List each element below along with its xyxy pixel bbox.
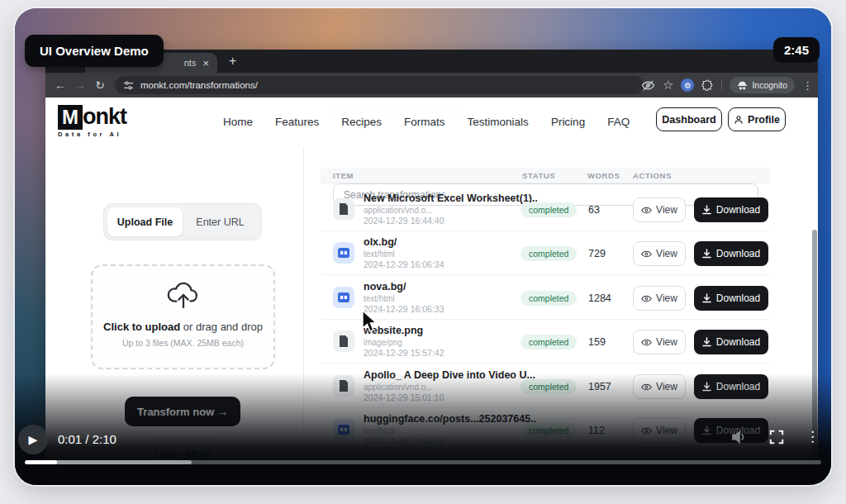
row-title: nova.bg/ [364, 281, 537, 292]
download-button[interactable]: Download [694, 241, 768, 266]
table-header: ITEM STATUS WORDS ACTIONS [321, 168, 770, 183]
file-dropzone[interactable]: Click to upload or drag and drop Up to 3… [91, 264, 275, 369]
forward-icon[interactable]: → [70, 78, 90, 92]
status-badge: completed [520, 291, 577, 306]
row-title: New Microsoft Excel Worksheet(1)... [364, 193, 537, 204]
upload-cloud-icon [166, 281, 201, 309]
row-mimetype: image/png [364, 338, 402, 347]
status-badge: completed [520, 335, 577, 349]
row-mimetype: text/html [364, 250, 395, 259]
tab-upload-file[interactable]: Upload File [107, 207, 183, 236]
row-title: olx.bg/ [364, 236, 537, 248]
download-button[interactable]: Download [694, 197, 768, 222]
video-bottom-gradient [15, 373, 831, 485]
row-mimetype: text/html [364, 294, 395, 303]
mouse-cursor [361, 310, 379, 333]
nav-item-pricing[interactable]: Pricing [551, 116, 585, 128]
status-badge: completed [520, 246, 577, 261]
dropzone-limits: Up to 3 files (MAX. 25MB each) [93, 338, 273, 348]
row-words: 63 [588, 204, 600, 216]
table-row: website.png image/png 2024-12-29 15:57:4… [321, 320, 770, 364]
video-title-badge: UI Overview Demo [25, 35, 164, 67]
monkt-logo[interactable]: Monkt Data for AI [58, 104, 126, 138]
row-words: 1284 [588, 292, 611, 304]
logo-tagline: Data for AI [58, 131, 126, 138]
person-icon [734, 115, 744, 125]
file-icon [333, 330, 354, 352]
row-date: 2024-12-29 16:44:40 [364, 216, 444, 226]
back-icon[interactable]: ← [50, 78, 70, 92]
web-icon [333, 242, 354, 264]
site-header: Monkt Data for AI Home Features Recipes … [45, 97, 818, 145]
row-mimetype: application/vnd.o... [364, 206, 432, 215]
new-tab-button[interactable]: + [229, 54, 236, 69]
row-date: 2024-12-29 15:57:42 [364, 348, 444, 358]
volume-icon[interactable] [731, 430, 748, 445]
nav-item-faq[interactable]: FAQ [607, 116, 630, 128]
status-badge: completed [520, 202, 577, 217]
tab-enter-url[interactable]: Enter URL [183, 207, 258, 236]
download-icon [702, 249, 711, 259]
video-duration-badge: 2:45 [773, 37, 820, 63]
nav-item-testimonials[interactable]: Testimonials [468, 116, 529, 128]
reload-icon[interactable]: ↻ [90, 78, 110, 92]
incognito-hat-icon [737, 81, 748, 90]
table-row: New Microsoft Excel Worksheet(1)... appl… [321, 188, 770, 231]
nav-item-features[interactable]: Features [275, 116, 319, 128]
main-nav: Home Features Recipes Formats Testimonia… [223, 97, 630, 145]
col-item: ITEM [333, 171, 354, 180]
video-menu-icon[interactable]: ⋮ [806, 428, 820, 445]
web-icon [333, 287, 354, 308]
tab-close-icon[interactable]: × [202, 57, 209, 69]
settings-gear-icon[interactable]: ⚙ [681, 78, 694, 92]
file-icon [333, 198, 354, 220]
download-button[interactable]: Download [694, 330, 768, 354]
extensions-puzzle-icon[interactable] [701, 79, 714, 92]
address-bar[interactable]: monkt.com/transformations/ [115, 76, 644, 94]
play-icon: ▶ [29, 433, 38, 446]
video-time-display: 0:01 / 2:10 [58, 432, 116, 446]
logo-text: onkt [83, 104, 126, 130]
view-button[interactable]: View [633, 197, 686, 222]
incognito-badge: Incognito [730, 77, 795, 93]
download-icon [702, 337, 711, 347]
logo-m-icon: M [58, 105, 83, 130]
site-settings-icon[interactable] [123, 80, 134, 91]
eye-icon [641, 250, 652, 258]
toolbar-divider [721, 79, 722, 91]
play-button[interactable]: ▶ [18, 425, 48, 454]
dropzone-title: Click to upload or drag and drop [93, 321, 273, 333]
dashboard-button[interactable]: Dashboard [656, 107, 722, 131]
video-player[interactable]: nts × + ← → ↻ monkt.com/transformations/… [15, 8, 831, 485]
table-row: nova.bg/ text/html 2024-12-29 16:06:33 c… [321, 276, 770, 320]
row-words: 159 [588, 336, 606, 348]
row-words: 729 [588, 248, 606, 259]
source-toggle: Upload File Enter URL [103, 203, 262, 240]
view-button[interactable]: View [633, 286, 686, 311]
view-button[interactable]: View [633, 241, 686, 266]
download-icon [702, 293, 711, 303]
browser-menu-icon[interactable]: ⋮ [802, 79, 813, 92]
profile-button[interactable]: Profile [728, 107, 786, 131]
video-progress-bar[interactable] [25, 460, 821, 464]
eye-icon [641, 339, 652, 346]
tab-title: nts [184, 58, 197, 68]
fullscreen-icon[interactable] [769, 430, 784, 445]
view-button[interactable]: View [633, 330, 686, 354]
incognito-label: Incognito [752, 80, 787, 90]
nav-item-home[interactable]: Home [223, 116, 253, 128]
row-date: 2024-12-29 16:06:34 [364, 259, 444, 269]
url-text: monkt.com/transformations/ [140, 80, 258, 90]
nav-item-recipes[interactable]: Recipes [341, 116, 382, 128]
eye-off-icon[interactable] [641, 78, 655, 93]
download-icon [702, 205, 711, 215]
col-actions: ACTIONS [633, 171, 672, 180]
row-title: website.png [364, 325, 537, 336]
bookmark-star-icon[interactable]: ☆ [663, 78, 673, 93]
col-status: STATUS [522, 171, 555, 180]
browser-toolbar: ← → ↻ monkt.com/transformations/ ☆ ⚙ Inc… [45, 73, 818, 97]
download-button[interactable]: Download [694, 286, 768, 311]
eye-icon [641, 207, 652, 214]
nav-item-formats[interactable]: Formats [404, 116, 445, 128]
screenshot-root: nts × + ← → ↻ monkt.com/transformations/… [0, 0, 846, 504]
